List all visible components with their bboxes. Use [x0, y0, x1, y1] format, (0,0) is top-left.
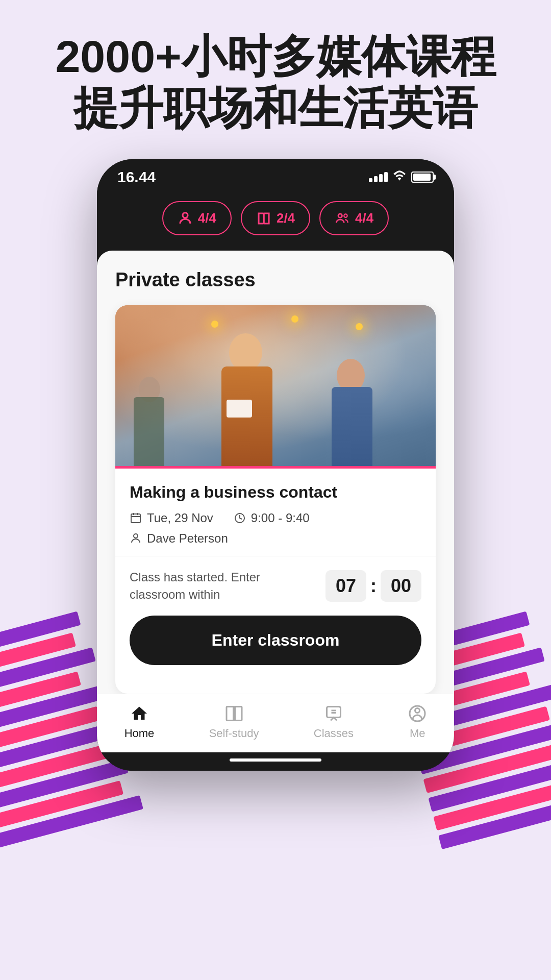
class-time: 9:00 - 9:40	[234, 511, 310, 525]
class-card: Making a business contact Tue, 29 Nov	[115, 305, 436, 693]
svg-point-2	[344, 214, 347, 217]
svg-point-0	[183, 213, 188, 218]
classes-icon	[324, 704, 343, 723]
section-title: Private classes	[115, 269, 436, 291]
calendar-icon	[130, 512, 142, 524]
nav-classes-label: Classes	[314, 727, 354, 740]
class-image-content	[115, 305, 436, 469]
figure-main	[211, 326, 303, 469]
person-icon	[178, 211, 193, 226]
light-bulb-3	[356, 323, 363, 330]
phone-mockup: 16.44	[0, 159, 551, 770]
name-tag	[227, 400, 252, 418]
phone-body: 16.44	[97, 159, 454, 770]
bottom-nav: Home Self-study Classes	[97, 694, 454, 752]
figure-right	[327, 351, 388, 469]
signal-icon	[369, 172, 388, 182]
svg-point-8	[134, 534, 138, 538]
home-icon	[130, 704, 148, 723]
timer-display: 07 : 00	[325, 570, 421, 602]
teacher-item: Dave Peterson	[130, 531, 421, 546]
content-area: Private classes	[97, 251, 454, 693]
nav-classes[interactable]: Classes	[314, 704, 354, 740]
svg-rect-9	[227, 706, 234, 720]
svg-point-15	[415, 708, 420, 713]
filter-pill-group-label: 4/4	[355, 210, 373, 226]
header-line2-bold: 职场和生活英语	[163, 83, 478, 133]
class-date: Tue, 29 Nov	[130, 511, 213, 525]
timer-text: Class has started. Enter classroom withi…	[130, 569, 283, 603]
filter-pill-group[interactable]: 4/4	[319, 201, 389, 235]
teacher-name: Dave Peterson	[147, 531, 228, 546]
filter-pill-person[interactable]: 4/4	[162, 201, 232, 235]
nav-me-label: Me	[410, 727, 425, 740]
svg-rect-10	[235, 706, 242, 720]
nav-self-study-label: Self-study	[209, 727, 259, 740]
person-circle-icon	[408, 704, 427, 723]
svg-point-1	[338, 214, 342, 218]
header-line1: 2000+小时多媒体课程	[55, 31, 495, 82]
header-line2-prefix: 提升	[73, 83, 163, 133]
class-title: Making a business contact	[130, 483, 421, 502]
class-meta-row1: Tue, 29 Nov 9:00 - 9:40	[130, 511, 421, 525]
header-text: 2000+小时多媒体课程 提升职场和生活英语	[0, 0, 551, 159]
nav-self-study[interactable]: Self-study	[209, 704, 259, 740]
group-icon	[335, 211, 350, 226]
nav-me[interactable]: Me	[408, 704, 427, 740]
svg-rect-3	[131, 514, 140, 523]
nav-home[interactable]: Home	[124, 704, 155, 740]
figure-bg	[131, 366, 172, 469]
teacher-icon	[130, 532, 142, 545]
filter-pill-book[interactable]: 2/4	[241, 201, 310, 235]
cta-container: Enter classroom	[115, 603, 436, 694]
filter-pill-book-label: 2/4	[277, 210, 295, 226]
filter-pill-person-label: 4/4	[198, 210, 216, 226]
status-time: 16.44	[117, 168, 156, 186]
light-bulb-2	[291, 315, 298, 323]
class-time-label: 9:00 - 9:40	[251, 511, 310, 525]
home-bar	[230, 758, 321, 762]
clock-icon	[234, 512, 246, 524]
timer-section: Class has started. Enter classroom withi…	[115, 556, 436, 603]
class-date-label: Tue, 29 Nov	[147, 511, 213, 525]
status-bar: 16.44	[97, 159, 454, 191]
timer-colon: :	[370, 575, 377, 597]
status-icons	[369, 170, 434, 184]
class-info: Making a business contact Tue, 29 Nov	[115, 469, 436, 546]
nav-home-label: Home	[124, 727, 155, 740]
enter-classroom-button[interactable]: Enter classroom	[130, 616, 421, 665]
book-open-icon	[225, 704, 243, 723]
wifi-icon	[393, 170, 406, 184]
battery-icon	[411, 172, 434, 183]
timer-seconds: 00	[381, 570, 421, 602]
book-icon	[256, 211, 271, 226]
filter-section: 4/4 2/4 4/4	[97, 191, 454, 251]
home-indicator	[97, 752, 454, 771]
timer-minutes: 07	[325, 570, 366, 602]
class-image	[115, 305, 436, 469]
